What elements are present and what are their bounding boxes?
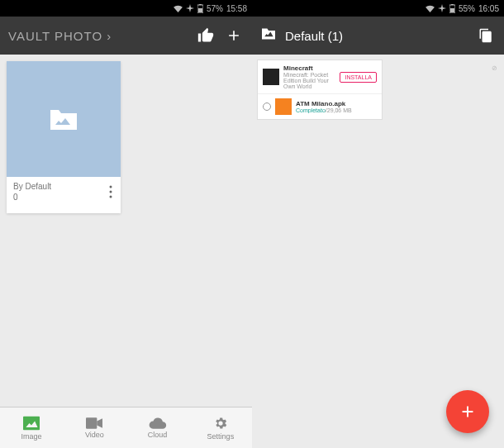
nav-video[interactable]: Video (63, 407, 126, 448)
svg-rect-2 (198, 8, 202, 12)
battery-percent: 57% (207, 4, 223, 13)
plus-icon (459, 403, 477, 421)
folder-title: Default (1) (285, 29, 343, 43)
svg-rect-6 (23, 416, 40, 430)
select-radio[interactable] (263, 102, 271, 111)
app-thumbnail (275, 98, 292, 115)
download-subtitle: Minecraft: Pocket Edition Build Your Own… (283, 72, 335, 89)
clock-time: 16:05 (478, 4, 499, 13)
downloads-card: Minecraft Minecraft: Pocket Edition Buil… (257, 60, 383, 120)
download-title: ATM Milano.apk (296, 100, 377, 107)
airplane-icon (438, 4, 446, 12)
svg-point-4 (110, 191, 112, 193)
download-item-1[interactable]: Minecraft Minecraft: Pocket Edition Buil… (258, 60, 382, 94)
nav-image-label: Image (21, 432, 42, 441)
install-button[interactable]: INSTALLA (340, 72, 377, 83)
album-thumbnail (7, 61, 121, 177)
fab-add-button[interactable] (446, 390, 489, 433)
app-bar-left: VAULT PHOTO › (0, 17, 252, 55)
video-icon (86, 417, 102, 429)
svg-rect-10 (450, 8, 454, 12)
album-overflow-menu[interactable] (107, 182, 114, 205)
like-button[interactable] (196, 26, 216, 45)
battery-icon (197, 4, 203, 13)
gear-icon (213, 416, 228, 431)
svg-rect-7 (86, 417, 97, 428)
folder-content: ⊘ Minecraft Minecraft: Pocket Edition Bu… (252, 55, 504, 448)
album-info: By Default 0 (7, 177, 121, 213)
svg-point-5 (110, 196, 112, 198)
album-name: By Default (13, 182, 107, 191)
nav-cloud-label: Cloud (148, 431, 168, 439)
clock-time: 15:58 (226, 4, 247, 13)
battery-icon (449, 4, 455, 13)
download-item-2[interactable]: ATM Milano.apk Completato/29,06 MB (258, 94, 382, 119)
nav-video-label: Video (85, 431, 104, 439)
app-bar-right: Default (1) (252, 17, 504, 55)
nav-settings[interactable]: Settings (189, 407, 252, 448)
svg-point-3 (110, 186, 112, 188)
status-bar-right: 55% 16:05 (252, 0, 504, 17)
folder-image-icon (49, 107, 78, 131)
download-status: Completato/29,06 MB (296, 107, 377, 113)
nav-image[interactable]: Image (0, 407, 63, 448)
nav-cloud[interactable]: Cloud (126, 407, 189, 448)
more-vert-icon (109, 185, 112, 198)
image-icon (23, 416, 40, 431)
album-count: 0 (13, 193, 107, 202)
bottom-nav: Image Video Cloud Settings (0, 407, 252, 448)
wifi-icon (426, 5, 435, 12)
copy-button[interactable] (476, 26, 496, 45)
battery-percent: 55% (459, 4, 475, 13)
album-card[interactable]: By Default 0 (7, 61, 121, 213)
card-close-icon[interactable]: ⊘ (492, 64, 497, 72)
right-screen: 55% 16:05 Default (1) ⊘ Minecraft Minecr… (252, 0, 504, 448)
svg-rect-1 (199, 4, 202, 5)
status-bar-left: 57% 15:58 (0, 0, 252, 17)
app-thumbnail (263, 69, 279, 85)
app-title: VAULT PHOTO › (8, 29, 188, 43)
folder-icon (260, 27, 277, 44)
wifi-icon (174, 5, 183, 12)
left-screen: 57% 15:58 VAULT PHOTO › By Default 0 (0, 0, 252, 448)
album-grid: By Default 0 (0, 55, 252, 407)
download-title: Minecraft (283, 64, 335, 72)
svg-rect-9 (451, 4, 454, 5)
airplane-icon (186, 4, 194, 12)
cloud-icon (149, 417, 167, 429)
nav-settings-label: Settings (207, 432, 235, 441)
add-button[interactable] (224, 26, 244, 45)
